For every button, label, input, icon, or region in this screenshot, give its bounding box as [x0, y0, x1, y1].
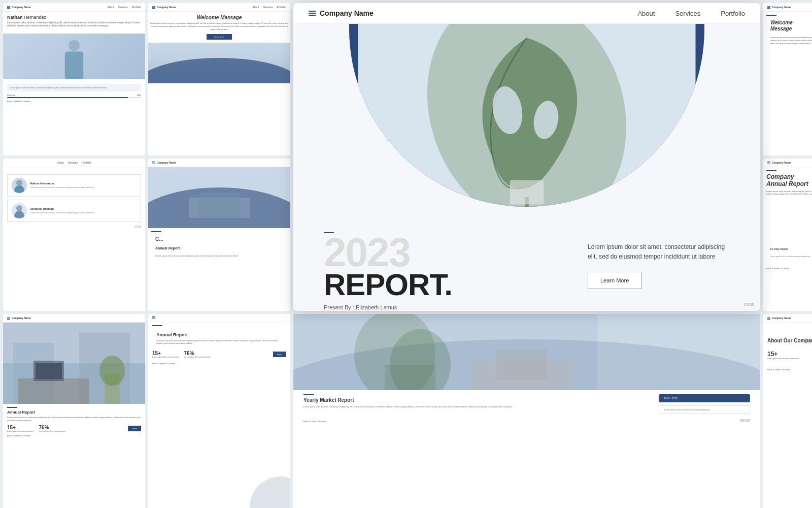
- slide-welcome-3: Company Name C... Annual Report Lorem ip…: [148, 158, 290, 311]
- stat-num-1-9: 15+: [7, 425, 34, 430]
- menu-icon-2: [152, 6, 155, 9]
- back-link-9[interactable]: Back To Table Of Content: [7, 434, 141, 437]
- card-nav-5: About Services Portfolio: [3, 158, 145, 167]
- bar: [152, 163, 155, 163]
- company-name-6: Company Name: [157, 161, 176, 164]
- main-hero: [293, 24, 760, 217]
- bar: [152, 7, 155, 8]
- stat-num-1-10: 15+: [152, 351, 179, 356]
- logo-7: Company Name: [767, 161, 791, 164]
- main-right-content: Lorem ipsum dolor sit amet, consectetur …: [588, 232, 730, 289]
- nav-links-5: About Services Portfolio: [7, 161, 141, 164]
- main-nav-services[interactable]: Services: [675, 10, 700, 17]
- nav-services-2[interactable]: Services: [263, 6, 273, 9]
- logo-12: Company Name: [767, 316, 791, 320]
- back-link-1[interactable]: Back To Table Of Content: [7, 100, 141, 103]
- office-image: [3, 323, 145, 404]
- bar: [7, 319, 10, 320]
- back-link-12[interactable]: Back To Table Of Content: [763, 366, 812, 373]
- bar: [152, 6, 155, 7]
- bar: [309, 11, 316, 12]
- nav-services-5[interactable]: Services: [68, 161, 78, 164]
- deco-circle-10: [250, 477, 290, 508]
- card-nav-3: Company Name About Services Portfolio: [763, 3, 812, 12]
- s11-text: Yearly Market Report Lorem ipsum dolor s…: [303, 394, 649, 414]
- stats-flex-10: 15+ Lorem ipsum dolor sit consectetur 76…: [152, 351, 286, 358]
- bar: [7, 7, 10, 8]
- bar: [152, 164, 155, 164]
- bar: [152, 316, 155, 317]
- logo-6: Company Name: [152, 161, 176, 164]
- learn-more-main[interactable]: Learn More: [588, 272, 641, 289]
- stat-label-1-10: Lorem ipsum dolor sit consectetur: [152, 356, 179, 358]
- nav-services-1[interactable]: Services: [118, 6, 127, 9]
- nav-about-2[interactable]: About: [252, 6, 259, 9]
- stat-block-1-12: 15+ Lorem ipsum dolor sit amet, consecte…: [767, 351, 812, 360]
- person-name: Nathan Hernandez: [7, 15, 141, 20]
- bar: [309, 13, 316, 14]
- accent-bar-10: [152, 325, 162, 326]
- body-9: Lorem ipsum dolor sit consectetur adipis…: [7, 416, 141, 422]
- learn-more-button-2[interactable]: Learn More: [207, 34, 232, 40]
- stat-num-2-10: 76%: [184, 351, 211, 356]
- svg-point-0: [69, 40, 80, 51]
- s11-footer: Back To Table Of Content 08/30: [293, 418, 760, 426]
- accent-bar-7: [766, 170, 776, 171]
- main-left-content: 2023 REPORT. Present By : Elizabeth Lemu…: [324, 232, 567, 310]
- year-badge-11: 2019 - 2023: [659, 394, 750, 402]
- accent-bar-3: [766, 15, 776, 16]
- back-link-10[interactable]: Back To Table Of Content: [148, 360, 290, 367]
- main-nav-about[interactable]: About: [637, 10, 655, 17]
- learn-btn-9[interactable]: Learn: [128, 426, 141, 431]
- s6-title: C...: [155, 236, 283, 242]
- nav-about-5[interactable]: About: [57, 161, 64, 164]
- slide-office-annual: Company Name Annual Report: [3, 314, 145, 508]
- bar: [7, 317, 10, 318]
- bar: [767, 8, 770, 9]
- svg-rect-1: [65, 51, 83, 79]
- slide-annual-report-2: Annual Report Lorem ipsum dolor sit cons…: [148, 314, 290, 508]
- skill-label: Skill One 90%: [7, 94, 141, 97]
- welcome-body-3: Lorem ipsum dolor sit consectetur adipis…: [770, 36, 812, 45]
- main-nav-portfolio[interactable]: Portfolio: [721, 10, 745, 17]
- s9-content: Annual Report Lorem ipsum dolor sit cons…: [3, 404, 145, 440]
- svg-rect-39: [18, 378, 89, 404]
- logo-3: Company Name: [767, 6, 791, 9]
- nav-about-1[interactable]: About: [107, 6, 114, 9]
- card-nav-12: Company Name About Services Portfolio: [763, 314, 812, 323]
- s3-content: Welcome Message Lorem ipsum dolor sit co…: [763, 12, 812, 51]
- card-nav-1: Company Name About Services Portfolio: [3, 3, 145, 12]
- bar: [152, 319, 155, 319]
- learn-btn-10[interactable]: Learn: [273, 352, 286, 357]
- person-desc-2: Lorem ipsum dolor sit amet, consectetur …: [30, 211, 94, 214]
- nav-portfolio-5[interactable]: Portfolio: [82, 161, 91, 164]
- s6-content: C... Annual Report Lorem ipsum dolor sit…: [148, 228, 290, 263]
- welcome-title: Welcome Message: [148, 15, 290, 20]
- card-nav-7: Company Name: [763, 158, 812, 167]
- person-name-1: Nathan Hernandez: [30, 182, 94, 185]
- nav-portfolio-2[interactable]: Portfolio: [277, 6, 286, 9]
- bar: [7, 318, 10, 319]
- bar: [7, 6, 10, 7]
- card-nav-6: Company Name: [148, 158, 290, 167]
- page-num-11: 08/30: [740, 418, 750, 423]
- bar: [309, 15, 316, 16]
- person-card-2: Jonathan Broman Lorem ipsum dolor sit am…: [7, 200, 141, 222]
- menu-icon-9: [7, 317, 10, 320]
- svg-point-18: [16, 180, 22, 186]
- main-nav: Company Name About Services Portfolio: [293, 3, 760, 24]
- market-title-11: Yearly Market Report: [303, 397, 649, 403]
- logo-1: Company Name: [7, 6, 31, 9]
- back-link-11[interactable]: Back To Table Of Content: [303, 420, 326, 423]
- company-name-12: Company Name: [772, 316, 791, 320]
- nav-portfolio-1[interactable]: Portfolio: [132, 6, 141, 9]
- slide-people: About Services Portfolio Nathan Hernande…: [3, 158, 145, 311]
- back-link-7[interactable]: Back To Table Of Content: [763, 267, 812, 272]
- s11-content: Yearly Market Report Lorem ipsum dolor s…: [293, 390, 760, 418]
- svg-point-2: [148, 58, 290, 83]
- s11-badges: 2019 - 2023 Lorem ipsum dolor sit amet c…: [649, 394, 750, 414]
- person-info-1: Nathan Hernandez Lorem ipsum dolor sit a…: [30, 182, 94, 189]
- menu-icon-6: [152, 162, 155, 164]
- bar: [767, 163, 770, 163]
- menu-icon-12: [767, 317, 770, 320]
